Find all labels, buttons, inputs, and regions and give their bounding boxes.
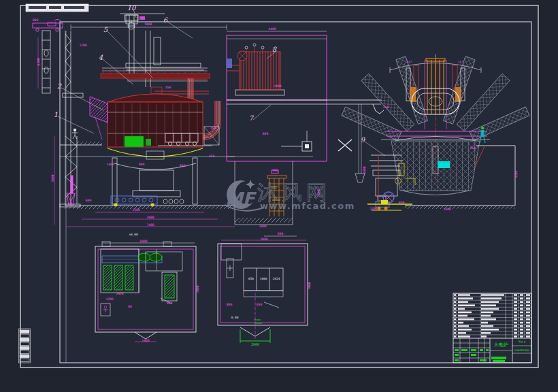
bom-cell-text	[520, 332, 523, 334]
bom-cell-text	[458, 325, 469, 327]
bom-cell-text	[526, 312, 530, 314]
bom-cell-text	[454, 336, 456, 338]
bom-cell-text	[520, 325, 523, 327]
bom-cell-text	[514, 294, 517, 296]
bom-cell-text	[514, 308, 517, 310]
level-label: 2424	[273, 277, 280, 280]
bom-cell-text	[514, 329, 517, 331]
bom-cell-text	[454, 322, 456, 324]
dimension-label: 1500	[132, 208, 140, 212]
bom-cell-text	[526, 318, 530, 321]
dimension-label: 6000	[140, 240, 147, 243]
bom-cell-text	[481, 325, 493, 327]
bom-cell-text	[526, 332, 530, 334]
dimension-label: 5600	[51, 174, 54, 182]
bom-cell-text	[520, 304, 523, 306]
bom-cell-text	[454, 297, 456, 299]
dimension-label: 900	[167, 301, 173, 305]
dimension-label: 1200	[79, 44, 86, 47]
bom-cell-text	[520, 297, 523, 299]
bom-cell-text	[526, 301, 530, 303]
title-project: 大电炉	[494, 342, 508, 348]
dimension-label: 800	[180, 164, 186, 167]
bom-cell-text	[520, 301, 523, 303]
bom-cell-text	[458, 329, 472, 331]
green-dim-label: 2000	[251, 342, 259, 346]
dimension-label: 250	[383, 105, 389, 109]
bom-cell-text	[520, 315, 523, 317]
bom-cell-text	[520, 322, 523, 324]
bom-cell-text	[481, 329, 499, 331]
bom-cell-text	[454, 301, 456, 303]
bom-cell-text	[481, 336, 487, 338]
bom-cell-text	[458, 301, 468, 303]
bom-cell-text	[526, 294, 530, 296]
bom-cell-text	[526, 336, 530, 338]
bom-cell-text	[454, 312, 456, 314]
part-callout-number: 4	[99, 54, 103, 61]
bom-cell-text	[514, 336, 517, 338]
bom-cell-text	[514, 318, 517, 321]
dimension-label: 250	[210, 127, 216, 130]
bom-cell-text	[514, 304, 517, 306]
cad-drawing-canvas: 大电炉 TH-4 5t炼钢电弧炉 80063005600900012003509…	[0, 0, 558, 392]
dimension-label: 3000	[260, 238, 267, 241]
dimension-label: 1800	[363, 166, 366, 174]
dimension-label: 650	[257, 303, 263, 306]
watermark-url: www.mfcad.com	[260, 201, 355, 211]
dimension-label: 15°	[407, 61, 413, 64]
furnace-charge	[125, 136, 144, 147]
bom-cell-text	[454, 304, 456, 306]
bom-cell-text	[454, 332, 456, 334]
level-label: 650	[248, 277, 254, 280]
bom-cell-text	[526, 308, 530, 310]
furnace-cradle-truss	[391, 137, 480, 195]
dimension-label: 7000	[308, 282, 311, 289]
dimension-label: 300	[272, 169, 278, 172]
bom-cell-text	[481, 301, 499, 303]
bom-cell-text	[526, 315, 530, 317]
bom-cell-text	[520, 312, 523, 314]
bom-cell-text	[458, 304, 475, 306]
bom-cell-text	[458, 315, 467, 317]
bom-cell-text	[481, 297, 502, 299]
bom-cell-text	[526, 329, 530, 331]
bom-cell-text	[481, 322, 488, 324]
dimension-label: 600	[86, 199, 92, 202]
dimension-label: 3000	[259, 225, 266, 228]
cyan-block	[438, 161, 450, 168]
bom-cell-text	[520, 318, 523, 321]
dimension-label: 1200	[105, 297, 113, 301]
bom-cell-text	[454, 329, 456, 331]
bom-cell-text	[458, 294, 470, 296]
cad-sheet: 大电炉 TH-4 5t炼钢电弧炉 80063005600900012003509…	[0, 0, 558, 392]
bom-cell-text	[520, 294, 523, 296]
bom-cell-text	[481, 315, 491, 317]
part-callout-number: 5	[103, 26, 108, 33]
dimension-label: 3562	[514, 170, 518, 178]
bom-cell-text	[520, 329, 523, 331]
dimension-label: 800	[263, 132, 269, 135]
dimension-label: 1200	[370, 207, 377, 210]
dimension-label: 1000	[274, 84, 281, 88]
part-callout-number: 2	[57, 82, 62, 90]
dimension-label: 7000	[196, 285, 199, 293]
bom-cell-text	[454, 308, 456, 310]
bom-cell-text	[526, 297, 530, 299]
dimension-label: 1400	[106, 163, 114, 166]
dimension-label: 15°	[458, 61, 464, 64]
level-label: 0.00	[231, 316, 239, 319]
dimension-label: 800	[227, 303, 233, 306]
bom-cell-text	[481, 312, 493, 314]
bom-cell-text	[454, 325, 456, 327]
bom-cell-text	[481, 294, 504, 296]
bom-cell-text	[526, 322, 530, 324]
bom-cell-text	[481, 332, 491, 334]
sheet-corner-label	[26, 4, 88, 12]
part-callout-number: 10	[127, 4, 137, 12]
bom-cell-text	[458, 318, 474, 321]
bom-cell-text	[454, 315, 456, 317]
dimension-label: 3800	[146, 216, 154, 219]
title-subtitle: 5t炼钢电弧炉	[514, 348, 530, 352]
dimension-label: 900	[139, 163, 145, 166]
